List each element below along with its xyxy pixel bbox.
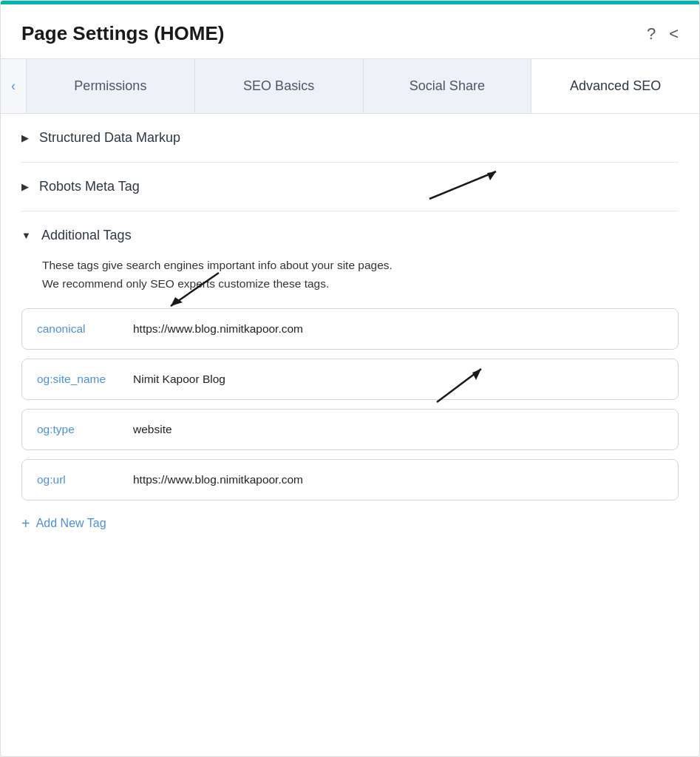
tag-value-og-site-name: Nimit Kapoor Blog: [133, 373, 225, 386]
section-robots-meta-title: Robots Meta Tag: [39, 179, 140, 194]
content-area: ▶ Structured Data Markup ▶ Robots Meta T…: [1, 114, 699, 756]
tag-row-og-url[interactable]: og:url https://www.blog.nimitkapoor.com: [21, 459, 679, 500]
section-structured-data-title: Structured Data Markup: [39, 130, 180, 146]
section-additional-tags: ▼ Additional Tags These tags give search…: [21, 211, 679, 543]
panel: Page Settings (HOME) ? < ‹ Permissions S…: [0, 0, 700, 757]
tag-row-canonical[interactable]: canonical https://www.blog.nimitkapoor.c…: [21, 308, 679, 350]
tag-row-og-site-name[interactable]: og:site_name Nimit Kapoor Blog: [21, 359, 679, 400]
header: Page Settings (HOME) ? <: [1, 4, 699, 58]
section-additional-tags-header[interactable]: ▼ Additional Tags: [21, 228, 679, 243]
section-robots-meta-arrow: ▶: [21, 181, 29, 192]
add-tag-label: Add New Tag: [36, 517, 106, 530]
tag-row-og-type[interactable]: og:type website: [21, 409, 679, 450]
tag-key-og-type: og:type: [37, 423, 133, 436]
tag-value-og-url: https://www.blog.nimitkapoor.com: [133, 473, 303, 486]
tab-social-share[interactable]: Social Share: [364, 59, 532, 113]
tab-scroll-left-button[interactable]: ‹: [1, 59, 27, 113]
help-icon[interactable]: ?: [647, 24, 656, 44]
section-structured-data-arrow: ▶: [21, 132, 29, 143]
section-robots-meta-header[interactable]: ▶ Robots Meta Tag: [21, 179, 679, 194]
tag-key-canonical: canonical: [37, 322, 133, 336]
header-icons: ? <: [647, 24, 679, 44]
section-additional-tags-arrow: ▼: [21, 230, 31, 241]
tab-advanced-seo[interactable]: Advanced SEO: [531, 59, 699, 113]
tag-value-canonical: https://www.blog.nimitkapoor.com: [133, 322, 303, 336]
page-title: Page Settings (HOME): [21, 22, 224, 45]
section-robots-meta: ▶ Robots Meta Tag: [21, 163, 679, 211]
tab-permissions[interactable]: Permissions: [27, 59, 195, 113]
section-additional-tags-desc: These tags give search engines important…: [42, 257, 679, 293]
section-structured-data-header[interactable]: ▶ Structured Data Markup: [21, 130, 679, 146]
tabs-row: ‹ Permissions SEO Basics Social Share Ad…: [1, 58, 699, 114]
close-icon[interactable]: <: [669, 24, 679, 44]
add-icon: +: [21, 515, 30, 532]
tab-seo-basics[interactable]: SEO Basics: [195, 59, 364, 113]
section-structured-data: ▶ Structured Data Markup: [21, 114, 679, 163]
tag-key-og-site-name: og:site_name: [37, 373, 133, 386]
tag-key-og-url: og:url: [37, 473, 133, 486]
add-new-tag-button[interactable]: + Add New Tag: [21, 512, 106, 535]
tag-value-og-type: website: [133, 423, 172, 436]
section-additional-tags-title: Additional Tags: [41, 228, 132, 243]
